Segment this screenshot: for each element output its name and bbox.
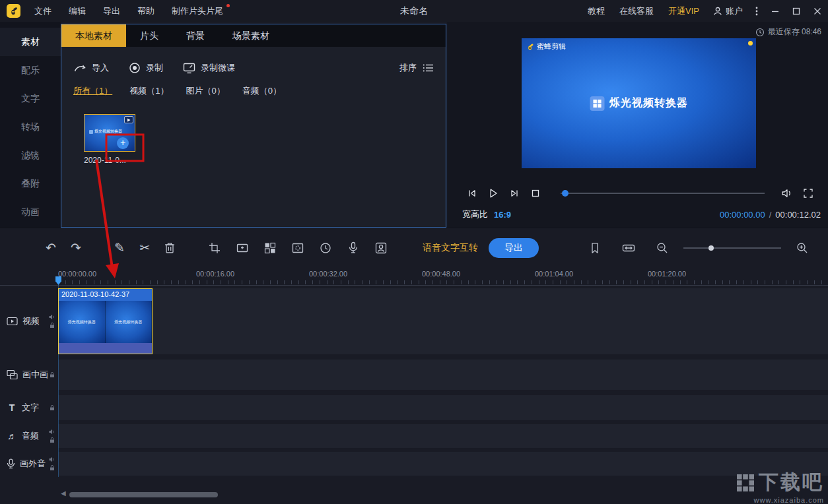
sidebar-item-animation[interactable]: 动画	[0, 198, 61, 226]
edit-button[interactable]: ✎	[107, 236, 132, 261]
record-lesson-button[interactable]: 录制微课	[183, 62, 235, 74]
filter-all[interactable]: 所有（1）	[73, 85, 112, 97]
zoom-in-button[interactable]	[790, 236, 815, 261]
media-filter-row: 所有（1） 视频（1） 图片（0） 音频（0）	[61, 82, 446, 101]
timeline-video-clip[interactable]: 2020-11-03-10-42-37 烁光视频转换器 烁光视频转换器	[58, 288, 153, 354]
record-button[interactable]: 录制	[129, 62, 163, 74]
pip-track-icon	[7, 369, 18, 380]
maximize-button[interactable]	[786, 0, 807, 22]
filter-image[interactable]: 图片（0）	[186, 85, 224, 97]
horizontal-scrollbar[interactable]	[69, 492, 218, 497]
lock-toggle-icon[interactable]	[50, 437, 55, 443]
sidebar-item-text[interactable]: 文字	[0, 84, 61, 113]
maximize-icon	[792, 7, 800, 15]
clip-audio-strip	[59, 343, 152, 354]
sort-button[interactable]: 排序	[399, 62, 434, 74]
playback-progress-slider[interactable]	[561, 193, 765, 194]
voice-record-button[interactable]	[339, 236, 367, 261]
account-label: 账户	[726, 5, 743, 17]
scroll-left-arrow[interactable]: ◀	[61, 489, 66, 497]
lock-toggle-icon[interactable]	[50, 372, 55, 378]
add-to-timeline-button[interactable]: +	[117, 137, 129, 149]
online-support-link[interactable]: 在线客服	[612, 0, 661, 22]
timeline-zoom-slider[interactable]	[683, 247, 781, 249]
lock-toggle-icon[interactable]	[50, 465, 55, 471]
tutorial-link[interactable]: 教程	[580, 0, 612, 22]
zoom-crop-button[interactable]	[228, 236, 256, 261]
aspect-ratio-label: 宽高比	[462, 208, 488, 220]
menu-make-intro-outro-label: 制作片头片尾	[172, 6, 223, 16]
export-button[interactable]: 导出	[489, 238, 539, 258]
video-track-icon	[7, 316, 18, 327]
crop-icon	[209, 242, 221, 254]
mosaic-button[interactable]	[256, 236, 284, 261]
import-button[interactable]: 导入	[73, 62, 109, 74]
more-menu-button[interactable]	[749, 6, 765, 16]
filter-video[interactable]: 视频（1）	[129, 85, 168, 97]
fullscreen-button[interactable]	[798, 188, 819, 199]
menu-make-intro-outro[interactable]: 制作片头片尾	[163, 0, 232, 22]
close-button[interactable]	[807, 0, 828, 22]
preview-panel: 最近保存 08:46 蜜蜂剪辑 烁光视频转换器	[447, 22, 828, 228]
sidebar-item-filter[interactable]: 滤镜	[0, 141, 61, 170]
minimize-button[interactable]	[765, 0, 786, 22]
volume-button[interactable]	[776, 188, 798, 199]
undo-button[interactable]: ↶	[38, 236, 63, 261]
tab-local-media[interactable]: 本地素材	[61, 24, 126, 47]
vip-upgrade-link[interactable]: 开通VIP	[661, 0, 707, 22]
time-display: 00:00:00.00 / 00:00:12.02	[720, 210, 821, 220]
site-watermark: 下载吧 www.xiazaiba.com	[737, 469, 824, 504]
media-item[interactable]: 烁光视频转换器 + 2020-11-0...	[84, 114, 138, 165]
filter-audio[interactable]: 音频（0）	[242, 85, 281, 97]
delete-button[interactable]	[157, 236, 182, 261]
lock-toggle-icon[interactable]	[50, 405, 55, 411]
mute-toggle-icon[interactable]	[49, 429, 55, 435]
account-button[interactable]: 账户	[707, 5, 749, 17]
speech-text-convert-button[interactable]: 语音文字互转	[423, 242, 478, 254]
mask-button[interactable]	[284, 236, 312, 261]
timeline-zoom-handle[interactable]	[708, 245, 714, 251]
zoom-out-button[interactable]	[650, 236, 675, 261]
next-frame-icon	[509, 188, 520, 199]
media-item-thumbnail[interactable]: 烁光视频转换器 +	[84, 114, 135, 152]
sidebar-item-media[interactable]: 素材	[0, 28, 61, 56]
titlebar-right: 教程 在线客服 开通VIP 账户	[580, 0, 828, 22]
track-voiceover: 画外音	[0, 452, 828, 476]
bookmark-button[interactable]	[582, 236, 607, 261]
play-button[interactable]	[483, 187, 504, 199]
app-watermark-label: 蜜蜂剪辑	[537, 42, 566, 51]
play-icon	[487, 187, 499, 199]
mosaic-icon	[264, 242, 276, 254]
thumbnail-overlay-text: 烁光视频转换器	[94, 129, 122, 135]
next-frame-button[interactable]	[504, 188, 525, 199]
speed-button[interactable]	[312, 236, 339, 261]
sidebar-item-overlay[interactable]: 叠附	[0, 170, 61, 198]
redo-button[interactable]: ↷	[63, 236, 88, 261]
sidebar-item-music[interactable]: 配乐	[0, 56, 61, 84]
portrait-button[interactable]	[367, 236, 395, 261]
aspect-ratio-value[interactable]: 16:9	[494, 210, 511, 220]
track-fit-button[interactable]	[616, 236, 641, 261]
lock-toggle-icon[interactable]	[50, 323, 55, 329]
playback-progress-handle[interactable]	[562, 190, 569, 197]
previous-frame-button[interactable]	[462, 188, 483, 199]
timeline-panel: 00:00:00.00 00:00:16.00 00:00:32.00 00:0…	[0, 267, 828, 504]
titlebar: 文件 编辑 导出 帮助 制作片头片尾 未命名 教程 在线客服 开通VIP 账户	[0, 0, 828, 22]
record-lesson-label: 录制微课	[201, 62, 235, 74]
tab-background[interactable]: 背景	[172, 24, 219, 47]
crop-button[interactable]	[201, 236, 228, 261]
menu-file[interactable]: 文件	[26, 0, 60, 22]
menu-edit[interactable]: 编辑	[60, 0, 94, 22]
mute-toggle-icon[interactable]	[49, 457, 55, 462]
sidebar-item-transition[interactable]: 转场	[0, 113, 61, 141]
menu-help[interactable]: 帮助	[129, 0, 163, 22]
stop-button[interactable]	[525, 188, 546, 199]
tab-scene-media[interactable]: 场景素材	[219, 24, 283, 47]
voiceover-track-header: 画外音	[0, 452, 58, 476]
media-tabs: 本地素材 片头 背景 场景素材	[61, 24, 446, 47]
menu-export[interactable]: 导出	[94, 0, 129, 22]
tab-intro[interactable]: 片头	[126, 24, 172, 47]
mute-toggle-icon[interactable]	[49, 315, 55, 320]
left-sidebar: 素材 配乐 文字 转场 滤镜 叠附 动画	[0, 22, 61, 228]
split-button[interactable]: ✂	[132, 236, 157, 261]
